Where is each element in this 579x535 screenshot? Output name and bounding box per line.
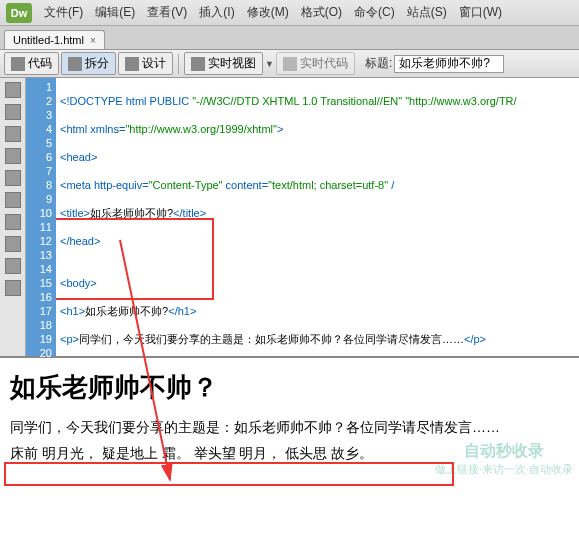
line-num: 9 (26, 192, 52, 206)
code-text: </head> (60, 235, 100, 247)
code-text: <p> (60, 333, 79, 345)
live-label: 实时视图 (208, 55, 256, 72)
line-num: 6 (26, 150, 52, 164)
line-num: 10 (26, 206, 52, 220)
code-text: <body> (60, 277, 97, 289)
menu-insert[interactable]: 插入(I) (193, 4, 240, 21)
menu-view[interactable]: 查看(V) (141, 4, 193, 21)
menu-modify[interactable]: 修改(M) (241, 4, 295, 21)
live-icon (191, 57, 205, 71)
tool-icon[interactable] (5, 192, 21, 208)
preview-paragraph: 同学们，今天我们要分享的主题是：如乐老师帅不帅？各位同学请尽情发言…… (10, 419, 569, 437)
code-label: 代码 (28, 55, 52, 72)
line-num: 5 (26, 136, 52, 150)
view-toolbar: 代码 拆分 设计 实时视图 ▼ 实时代码 标题: (0, 50, 579, 78)
close-icon[interactable]: × (90, 35, 96, 46)
watermark-brand: 自动秒收录 (435, 441, 573, 462)
tool-icon[interactable] (5, 236, 21, 252)
tool-icon[interactable] (5, 170, 21, 186)
design-icon (125, 57, 139, 71)
line-num: 4 (26, 122, 52, 136)
code-text: <html xmlns= (60, 123, 125, 135)
tool-icon[interactable] (5, 148, 21, 164)
title-input[interactable] (394, 55, 504, 73)
document-tab[interactable]: Untitled-1.html × (4, 30, 105, 49)
code-text: "-//W3C//DTD XHTML 1.0 Transitional//EN"… (192, 95, 516, 107)
line-num: 17 (26, 304, 52, 318)
line-num: 15 (26, 276, 52, 290)
separator (178, 54, 179, 74)
split-label: 拆分 (85, 55, 109, 72)
menu-window[interactable]: 窗口(W) (453, 4, 508, 21)
code-text: <title> (60, 207, 90, 219)
design-preview[interactable]: 如乐老师帅不帅？ 同学们，今天我们要分享的主题是：如乐老师帅不帅？各位同学请尽情… (0, 358, 579, 483)
design-view-button[interactable]: 设计 (118, 52, 173, 75)
menu-edit[interactable]: 编辑(E) (89, 4, 141, 21)
line-num: 11 (26, 220, 52, 234)
menu-bar: Dw 文件(F) 编辑(E) 查看(V) 插入(I) 修改(M) 格式(O) 命… (0, 0, 579, 26)
live-view-button[interactable]: 实时视图 (184, 52, 263, 75)
menu-command[interactable]: 命令(C) (348, 4, 401, 21)
line-num: 18 (26, 318, 52, 332)
code-text: 同学们，今天我们要分享的主题是：如乐老师帅不帅？各位同学请尽情发言…… (79, 333, 464, 345)
title-label: 标题: (365, 55, 392, 72)
vertical-toolbar (0, 78, 26, 356)
line-num: 14 (26, 262, 52, 276)
line-gutter: 1 2 3 4 5 6 7 8 9 10 11 12 13 14 15 16 1… (26, 78, 56, 356)
tab-title: Untitled-1.html (13, 34, 84, 46)
code-text: <h1> (60, 305, 85, 317)
chevron-down-icon[interactable]: ▼ (265, 59, 274, 69)
tool-icon[interactable] (5, 82, 21, 98)
code-text: "http://www.w3.org/1999/xhtml" (125, 123, 277, 135)
preview-heading: 如乐老师帅不帅？ (10, 370, 569, 405)
line-num: 7 (26, 164, 52, 178)
tool-icon[interactable] (5, 258, 21, 274)
line-num: 12 (26, 234, 52, 248)
split-icon (68, 57, 82, 71)
watermark: 自动秒收录 做上链接·来访一次·自动收录 (435, 441, 573, 477)
line-num: 13 (26, 248, 52, 262)
tool-icon[interactable] (5, 214, 21, 230)
tool-icon[interactable] (5, 104, 21, 120)
code-text: </title> (173, 207, 206, 219)
line-num: 8 (26, 178, 52, 192)
code-text: "text/html; charset=utf-8" (268, 179, 388, 191)
code-text: <meta http-equiv= (60, 179, 149, 191)
app-logo: Dw (6, 3, 32, 23)
watermark-sub: 做上链接·来访一次·自动收录 (435, 462, 573, 477)
code-text: 如乐老师帅不帅? (85, 305, 168, 317)
code-text: > (277, 123, 283, 135)
line-num: 16 (26, 290, 52, 304)
code-editor[interactable]: <!DOCTYPE html PUBLIC "-//W3C//DTD XHTML… (56, 78, 579, 356)
code-icon (11, 57, 25, 71)
code-text: <head> (60, 151, 97, 163)
line-num: 2 (26, 94, 52, 108)
code-text: 如乐老师帅不帅? (90, 207, 173, 219)
menu-format[interactable]: 格式(O) (295, 4, 348, 21)
tool-icon[interactable] (5, 280, 21, 296)
menu-file[interactable]: 文件(F) (38, 4, 89, 21)
line-num: 19 (26, 332, 52, 346)
code-text: content= (223, 179, 269, 191)
code-text: "Content-Type" (149, 179, 223, 191)
line-num: 1 (26, 80, 52, 94)
menu-site[interactable]: 站点(S) (401, 4, 453, 21)
code-text: </h1> (168, 305, 196, 317)
livecode-label: 实时代码 (300, 55, 348, 72)
document-tabs: Untitled-1.html × (0, 26, 579, 50)
code-text: </p> (464, 333, 486, 345)
livecode-icon (283, 57, 297, 71)
code-text: <!DOCTYPE html PUBLIC (60, 95, 192, 107)
split-workspace: 1 2 3 4 5 6 7 8 9 10 11 12 13 14 15 16 1… (0, 78, 579, 358)
tool-icon[interactable] (5, 126, 21, 142)
split-view-button[interactable]: 拆分 (61, 52, 116, 75)
code-view-button[interactable]: 代码 (4, 52, 59, 75)
highlight-box (4, 462, 454, 486)
code-text: / (388, 179, 394, 191)
live-code-button[interactable]: 实时代码 (276, 52, 355, 75)
design-label: 设计 (142, 55, 166, 72)
line-num: 3 (26, 108, 52, 122)
